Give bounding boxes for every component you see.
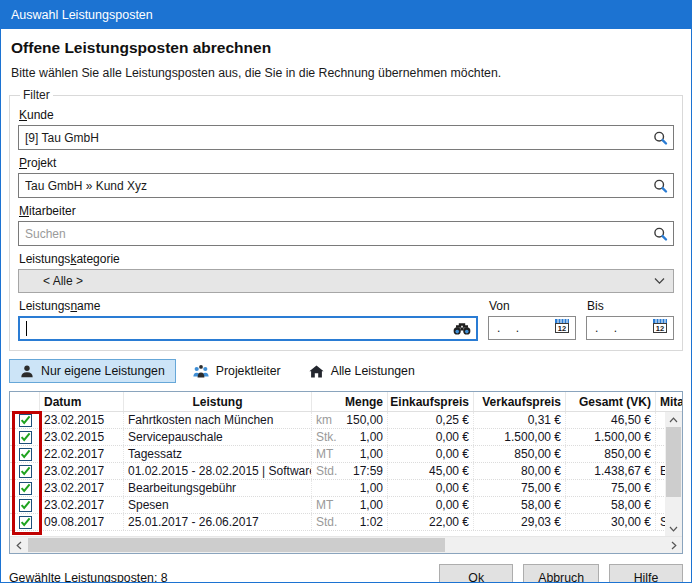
column-header[interactable]: Datum xyxy=(40,392,124,411)
row-menge: 1,00 xyxy=(342,481,383,496)
row-gesamt: 46,50 € xyxy=(566,412,656,428)
people-icon xyxy=(193,365,209,378)
button-accel: O xyxy=(468,571,478,583)
row-checkbox[interactable] xyxy=(19,465,32,478)
row-einheit: Std. xyxy=(316,464,342,479)
button-label: Abbruch xyxy=(538,571,584,583)
row-checkbox[interactable] xyxy=(19,516,32,529)
row-checkbox[interactable] xyxy=(19,448,32,461)
column-header[interactable]: Gesamt (VK) xyxy=(566,392,656,411)
row-leistung: 01.02.2015 - 28.02.2015 | Software... xyxy=(124,463,312,479)
row-einheit: MT xyxy=(316,447,342,462)
column-header[interactable]: Leistung xyxy=(124,392,312,411)
row-checkbox[interactable] xyxy=(19,414,32,427)
row-verkaufspreis: 0,31 € xyxy=(474,412,566,428)
titlebar[interactable]: Auswahl Leistungsposten xyxy=(1,1,691,29)
button-label: Hilfe xyxy=(634,571,659,583)
von-date-field[interactable]: . . 12 xyxy=(488,316,576,340)
row-menge-cell: Std.1:02 xyxy=(312,514,388,530)
mitarbeiter-label: Mitarbeiter xyxy=(19,204,674,218)
mitarbeiter-input[interactable] xyxy=(19,222,673,245)
row-einkaufspreis: 45,00 € xyxy=(388,463,474,479)
vertical-scrollbar[interactable] xyxy=(665,412,682,536)
svg-text:12: 12 xyxy=(558,324,566,333)
projekt-field xyxy=(18,173,674,198)
row-checkbox[interactable] xyxy=(19,499,32,512)
row-menge-cell: km150,00 xyxy=(312,412,388,428)
column-header[interactable]: Menge xyxy=(312,392,388,411)
table-header: DatumLeistungMengeEinkaufspreisVerkaufsp… xyxy=(10,392,682,412)
intro-section: Offene Leistungsposten abrechnen Bitte w… xyxy=(1,29,691,88)
row-menge-cell: MT1,00 xyxy=(312,446,388,462)
kunde-input[interactable] xyxy=(19,126,673,149)
row-einkaufspreis: 0,00 € xyxy=(388,429,474,445)
mitarbeiter-field xyxy=(18,221,674,246)
row-menge-cell: 1,00 xyxy=(312,480,388,496)
row-checkbox[interactable] xyxy=(19,482,32,495)
row-gesamt: 58,00 € xyxy=(566,497,656,513)
search-icon[interactable] xyxy=(653,178,668,193)
column-header-checkbox xyxy=(10,392,40,411)
column-header[interactable]: Verkaufspreis xyxy=(474,392,566,411)
table-row: 23.02.2015Fahrtkosten nach Münchenkm150,… xyxy=(10,412,682,429)
leistungsposten-table: DatumLeistungMengeEinkaufspreisVerkaufsp… xyxy=(9,391,683,554)
tab-label: Nur eigene Leistungen xyxy=(41,364,165,378)
ok-button[interactable]: Ok xyxy=(439,564,513,583)
horizontal-scrollbar-thumb[interactable] xyxy=(28,538,445,552)
table-row: 22.02.2017TagessatzMT1,000,00 €850,00 €8… xyxy=(10,446,682,463)
column-header[interactable]: Mita xyxy=(656,392,682,411)
tab-nur-eigene-leistungen[interactable]: Nur eigene Leistungen xyxy=(9,359,176,383)
footer: Gewählte Leistungsposten: 8 OkAbbruchHil… xyxy=(1,554,691,583)
search-icon[interactable] xyxy=(653,226,668,241)
tab-alle-leistungen[interactable]: Alle Leistungen xyxy=(298,359,426,383)
vertical-scrollbar-thumb[interactable] xyxy=(666,427,681,497)
table-body-wrap: 23.02.2015Fahrtkosten nach Münchenkm150,… xyxy=(10,412,682,536)
row-einkaufspreis: 0,00 € xyxy=(388,480,474,496)
tab-label: Alle Leistungen xyxy=(331,364,415,378)
row-einheit: Std. xyxy=(316,515,342,530)
row-checkbox-cell xyxy=(10,412,40,428)
row-einkaufspreis: 0,25 € xyxy=(388,412,474,428)
projekt-input[interactable] xyxy=(19,174,673,197)
bis-date-value: . . xyxy=(587,321,623,335)
scroll-down-icon[interactable] xyxy=(665,521,682,536)
calendar-icon[interactable]: 12 xyxy=(554,319,570,338)
row-checkbox[interactable] xyxy=(19,431,32,444)
table-row: 23.02.201701.02.2015 - 28.02.2015 | Soft… xyxy=(10,463,682,480)
leistungsname-input[interactable] xyxy=(27,318,476,339)
row-einkaufspreis: 0,00 € xyxy=(388,446,474,462)
filter-groupbox: Filter Kunde Projekt Mitarbeiter Leistun… xyxy=(9,88,683,351)
tab-projektleiter[interactable]: Projektleiter xyxy=(182,359,292,383)
abbruch-button[interactable]: Abbruch xyxy=(523,564,599,583)
scroll-up-icon[interactable] xyxy=(665,412,682,427)
kunde-label: Kunde xyxy=(19,108,674,122)
page-subtitle: Bitte wählen Sie alle Leistungsposten au… xyxy=(11,66,681,80)
column-header[interactable]: Einkaufspreis xyxy=(388,392,474,411)
calendar-icon[interactable]: 12 xyxy=(652,319,668,338)
search-icon[interactable] xyxy=(653,130,668,145)
row-checkbox-cell xyxy=(10,480,40,496)
leistungskategorie-dropdown[interactable]: < Alle > xyxy=(18,269,674,293)
horizontal-scrollbar[interactable] xyxy=(10,536,682,553)
von-label: Von xyxy=(489,299,576,313)
row-einkaufspreis: 22,00 € xyxy=(388,514,474,530)
bis-date-field[interactable]: . . 12 xyxy=(586,316,674,340)
status-prefix: Gewählte Leistungsposten: xyxy=(9,571,157,583)
table-row: 23.02.2017Bearbeitungsgebühr1,000,00 €75… xyxy=(10,480,682,497)
row-checkbox-cell xyxy=(10,429,40,445)
scroll-left-icon[interactable] xyxy=(10,537,27,554)
row-leistung: Bearbeitungsgebühr xyxy=(124,480,312,496)
binoculars-icon[interactable] xyxy=(453,322,471,335)
row-verkaufspreis: 58,00 € xyxy=(474,497,566,513)
footer-buttons: OkAbbruchHilfe xyxy=(439,564,683,583)
row-verkaufspreis: 1.500,00 € xyxy=(474,429,566,445)
leistungsname-label: Leistungsname xyxy=(19,299,478,313)
bis-label: Bis xyxy=(587,299,674,313)
filter-legend: Filter xyxy=(20,88,53,102)
row-verkaufspreis: 29,03 € xyxy=(474,514,566,530)
table-row: 23.02.2017SpesenMT1,000,00 €58,00 €58,00… xyxy=(10,497,682,514)
window-title: Auswahl Leistungsposten xyxy=(11,8,153,22)
row-menge: 150,00 xyxy=(342,413,383,428)
hilfe-button[interactable]: Hilfe xyxy=(609,564,683,583)
scroll-right-icon[interactable] xyxy=(665,537,682,554)
